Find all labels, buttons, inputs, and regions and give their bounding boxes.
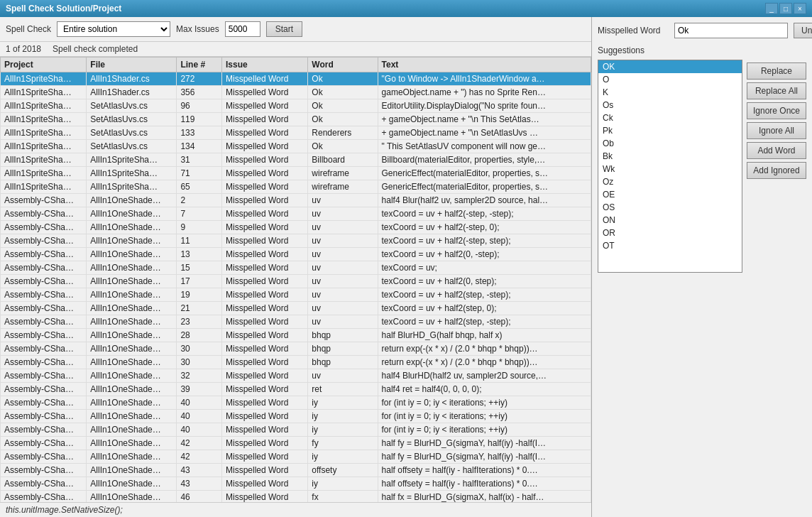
header-line[interactable]: Line #: [177, 58, 222, 72]
replace-all-button[interactable]: Replace All: [747, 82, 806, 99]
replace-button[interactable]: Replace: [747, 62, 806, 80]
bottom-text: this.unitImage.SetNativeSize();: [0, 502, 591, 517]
table-scroll[interactable]: Project File Line # Issue Word Text AllI…: [0, 57, 591, 502]
suggestion-item[interactable]: OT: [598, 239, 742, 252]
header-issue[interactable]: Issue: [221, 58, 307, 72]
misspelled-label: Misspelled Word: [598, 26, 669, 36]
table-row[interactable]: AllIn1SpriteSha…AllIn1SpriteSha…31Misspe…: [1, 153, 591, 167]
suggestion-item[interactable]: Oz: [598, 175, 742, 188]
suggestion-item[interactable]: K: [598, 86, 742, 99]
suggestion-item[interactable]: Pk: [598, 124, 742, 137]
start-button[interactable]: Start: [266, 21, 302, 37]
suggestion-item[interactable]: Ob: [598, 137, 742, 150]
suggestion-item[interactable]: OE: [598, 188, 742, 201]
table-row[interactable]: Assembly-CSha…AllIn1OneShade…30Misspelle…: [1, 356, 591, 369]
suggestion-item[interactable]: ON: [598, 214, 742, 227]
suggestion-item[interactable]: Wk: [598, 163, 742, 175]
suggestion-item[interactable]: Os: [598, 99, 742, 111]
table-row[interactable]: Assembly-CSha…AllIn1OneShade…30Misspelle…: [1, 342, 591, 356]
misspelled-input[interactable]: [674, 23, 788, 38]
table-row[interactable]: AllIn1SpriteSha…SetAtlasUvs.cs133Misspel…: [1, 126, 591, 140]
table-row[interactable]: Assembly-CSha…AllIn1OneShade…40Misspelle…: [1, 423, 591, 437]
misspelled-row: Misspelled Word Undo: [598, 23, 806, 38]
table-row[interactable]: Assembly-CSha…AllIn1OneShade…40Misspelle…: [1, 410, 591, 423]
table-wrapper: Project File Line # Issue Word Text AllI…: [0, 57, 591, 502]
suggestion-item[interactable]: O: [598, 73, 742, 86]
table-body: AllIn1SpriteSha…AllIn1Shader.cs272Misspe…: [1, 72, 591, 503]
table-row[interactable]: Assembly-CSha…AllIn1OneShade…28Misspelle…: [1, 329, 591, 342]
table-row[interactable]: Assembly-CSha…AllIn1OneShade…32Misspelle…: [1, 369, 591, 383]
max-issues-input[interactable]: [225, 21, 260, 37]
table-row[interactable]: AllIn1SpriteSha…SetAtlasUvs.cs134Misspel…: [1, 140, 591, 153]
table-row[interactable]: AllIn1SpriteSha…SetAtlasUvs.cs96Misspell…: [1, 99, 591, 113]
table-row[interactable]: Assembly-CSha…AllIn1OneShade…9Misspelled…: [1, 221, 591, 234]
suggestions-label: Suggestions: [598, 45, 806, 55]
header-project[interactable]: Project: [1, 58, 87, 72]
table-row[interactable]: Assembly-CSha…AllIn1OneShade…40Misspelle…: [1, 396, 591, 410]
table-row[interactable]: Assembly-CSha…AllIn1OneShade…43Misspelle…: [1, 464, 591, 477]
table-row[interactable]: AllIn1SpriteSha…AllIn1SpriteSha…65Misspe…: [1, 180, 591, 194]
add-word-button[interactable]: Add Word: [747, 142, 806, 159]
title-bar: Spell Check Solution/Project _ □ ×: [0, 0, 812, 17]
status-bar: 1 of 2018 Spell check completed: [0, 42, 591, 57]
table-row[interactable]: AllIn1SpriteSha…AllIn1Shader.cs356Misspe…: [1, 86, 591, 99]
table-row[interactable]: Assembly-CSha…AllIn1OneShade…42Misspelle…: [1, 437, 591, 450]
header-text[interactable]: Text: [378, 58, 591, 72]
right-panel: Misspelled Word Undo Suggestions OKOKOsC…: [592, 17, 812, 517]
max-issues-label: Max Issues: [176, 24, 219, 34]
table-row[interactable]: Assembly-CSha…AllIn1OneShade…43Misspelle…: [1, 477, 591, 491]
suggestion-item[interactable]: OS: [598, 201, 742, 214]
undo-button[interactable]: Undo: [794, 23, 812, 38]
table-row[interactable]: Assembly-CSha…AllIn1OneShade…21Misspelle…: [1, 302, 591, 315]
ignore-once-button[interactable]: Ignore Once: [747, 102, 806, 119]
table-row[interactable]: Assembly-CSha…AllIn1OneShade…39Misspelle…: [1, 383, 591, 396]
header-word[interactable]: Word: [308, 58, 378, 72]
title-bar-buttons: _ □ ×: [765, 3, 806, 14]
table-row[interactable]: Assembly-CSha…AllIn1OneShade…11Misspelle…: [1, 234, 591, 248]
suggestion-item[interactable]: OR: [598, 227, 742, 239]
status-message: Spell check completed: [53, 44, 138, 54]
toolbar: Spell Check Entire solutionCurrent proje…: [0, 17, 591, 42]
action-buttons: Replace Replace All Ignore Once Ignore A…: [747, 62, 806, 287]
table-row[interactable]: AllIn1SpriteSha…AllIn1SpriteSha…71Misspe…: [1, 167, 591, 180]
table-row[interactable]: Assembly-CSha…AllIn1OneShade…15Misspelle…: [1, 261, 591, 275]
issues-table: Project File Line # Issue Word Text AllI…: [0, 57, 591, 502]
table-header-row: Project File Line # Issue Word Text: [1, 58, 591, 72]
title-bar-text: Spell Check Solution/Project: [6, 4, 121, 13]
table-row[interactable]: Assembly-CSha…AllIn1OneShade…17Misspelle…: [1, 275, 591, 288]
suggestion-item[interactable]: OK: [598, 60, 742, 73]
main-container: Spell Check Entire solutionCurrent proje…: [0, 17, 812, 517]
table-row[interactable]: Assembly-CSha…AllIn1OneShade…13Misspelle…: [1, 248, 591, 261]
ignore-all-button[interactable]: Ignore All: [747, 122, 806, 139]
issue-count: 1 of 2018: [6, 44, 41, 54]
table-row[interactable]: Assembly-CSha…AllIn1OneShade…7Misspelled…: [1, 207, 591, 221]
table-row[interactable]: Assembly-CSha…AllIn1OneShade…2Misspelled…: [1, 194, 591, 207]
left-panel: Spell Check Entire solutionCurrent proje…: [0, 17, 592, 517]
table-row[interactable]: Assembly-CSha…AllIn1OneShade…42Misspelle…: [1, 450, 591, 464]
table-row[interactable]: Assembly-CSha…AllIn1OneShade…19Misspelle…: [1, 288, 591, 302]
solution-select[interactable]: Entire solutionCurrent projectCurrent do…: [57, 21, 170, 37]
add-ignored-button[interactable]: Add Ignored: [747, 162, 806, 179]
minimize-button[interactable]: _: [765, 3, 778, 14]
table-row[interactable]: AllIn1SpriteSha…SetAtlasUvs.cs119Misspel…: [1, 113, 591, 126]
table-row[interactable]: AllIn1SpriteSha…AllIn1Shader.cs272Misspe…: [1, 72, 591, 86]
suggestion-item[interactable]: Ck: [598, 111, 742, 124]
spell-check-label: Spell Check: [6, 24, 51, 34]
table-row[interactable]: Assembly-CSha…AllIn1OneShade…23Misspelle…: [1, 315, 591, 329]
close-button[interactable]: ×: [794, 3, 806, 14]
suggestion-item[interactable]: Bk: [598, 150, 742, 163]
suggestions-list[interactable]: OKOKOsCkPkObBkWkOzOEOSONOROT: [598, 60, 742, 273]
restore-button[interactable]: □: [779, 3, 792, 14]
header-file[interactable]: File: [87, 58, 177, 72]
table-row[interactable]: Assembly-CSha…AllIn1OneShade…46Misspelle…: [1, 491, 591, 503]
